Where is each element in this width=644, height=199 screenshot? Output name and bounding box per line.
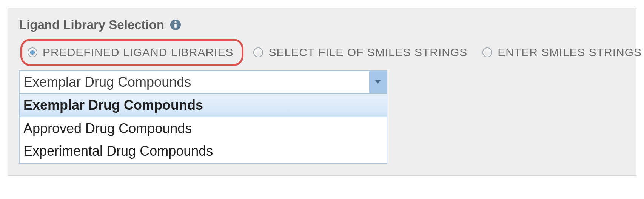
radio-group: PREDEFINED LIGAND LIBRARIES SELECT FILE … xyxy=(19,39,625,66)
radio-label: PREDEFINED LIGAND LIBRARIES xyxy=(43,46,233,59)
dropdown-head[interactable]: Exemplar Drug Compounds xyxy=(19,70,387,94)
radio-enter-smiles[interactable]: ENTER SMILES STRINGS xyxy=(479,43,644,62)
chevron-down-icon xyxy=(369,71,387,93)
svg-point-1 xyxy=(174,21,176,23)
dropdown-option-experimental[interactable]: Experimental Drug Compounds xyxy=(20,140,387,163)
svg-marker-3 xyxy=(375,80,381,84)
dropdown-list: Exemplar Drug Compounds Approved Drug Co… xyxy=(19,94,387,164)
dropdown-option-exemplar[interactable]: Exemplar Drug Compounds xyxy=(20,94,387,117)
ligand-library-panel: Ligand Library Selection PREDEFINED LIGA… xyxy=(8,8,636,176)
section-header: Ligand Library Selection xyxy=(19,18,625,32)
radio-label: SELECT FILE OF SMILES STRINGS xyxy=(268,46,467,59)
radio-label: ENTER SMILES STRINGS xyxy=(498,46,642,59)
radio-icon xyxy=(482,47,492,57)
info-icon[interactable] xyxy=(169,19,182,31)
library-dropdown: Exemplar Drug Compounds Exemplar Drug Co… xyxy=(19,70,387,164)
radio-predefined-libraries[interactable]: PREDEFINED LIGAND LIBRARIES xyxy=(20,39,243,66)
radio-select-file-smiles[interactable]: SELECT FILE OF SMILES STRINGS xyxy=(250,43,473,62)
radio-icon xyxy=(253,47,263,57)
radio-icon xyxy=(28,47,37,57)
section-title: Ligand Library Selection xyxy=(19,18,164,32)
dropdown-option-approved[interactable]: Approved Drug Compounds xyxy=(20,117,387,140)
svg-rect-2 xyxy=(174,24,177,28)
dropdown-value: Exemplar Drug Compounds xyxy=(20,71,369,93)
